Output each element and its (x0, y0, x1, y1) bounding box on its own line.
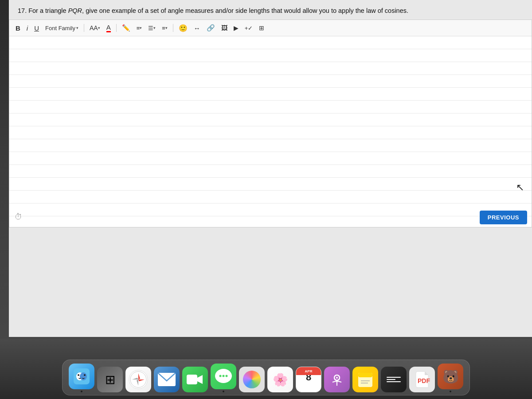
launchpad-icon: ⊞ (97, 367, 123, 392)
plus-check-icon: +✓ (245, 25, 253, 31)
dock-item-notes[interactable] (352, 367, 378, 392)
editor-toolbar: B i U Font Family ▾ AA ▾ A (9, 20, 532, 36)
photos-icon: 🌸 (267, 367, 293, 392)
font-color-button[interactable]: A (105, 23, 113, 33)
chevron-down-icon-5: ▾ (165, 26, 168, 30)
align-left-icon: ≡ (137, 25, 140, 31)
paperclip-icon: 🔗 (207, 24, 215, 32)
dock-item-calendar[interactable]: APR 8 (296, 367, 321, 392)
previous-button[interactable]: PREVIOUS (480, 211, 527, 224)
table-icon: ⊞ (259, 24, 264, 31)
svg-point-2 (80, 372, 87, 380)
calendar-month-header: APR (296, 367, 321, 375)
italic-button[interactable]: i (25, 23, 30, 33)
chevron-down-icon-4: ▾ (153, 26, 156, 30)
bear-icon: 🐻 (438, 364, 463, 389)
siri-icon (239, 367, 265, 392)
align-left-button[interactable]: ≡ ▾ (135, 24, 144, 32)
list-button[interactable]: ☰ ▾ (146, 24, 157, 32)
dock-item-podcasts[interactable] (324, 367, 350, 392)
draw-button[interactable]: ✏️ (120, 23, 132, 33)
finder-icon (69, 364, 94, 389)
dock-item-photos[interactable]: 🌸 (267, 367, 293, 392)
font-family-dropdown[interactable]: Font Family ▾ (43, 24, 80, 32)
font-color-label: A (106, 23, 111, 32)
clock-icon: ⏱ (15, 212, 23, 222)
notes-icon (352, 367, 378, 392)
unordered-list-button[interactable]: ≡ ▾ (160, 24, 169, 32)
chevron-down-icon-3: ▾ (140, 26, 142, 30)
dock-item-finder[interactable] (69, 364, 94, 392)
messages-icon (211, 364, 236, 389)
svg-point-3 (78, 374, 79, 376)
dock-item-siri[interactable] (239, 367, 265, 392)
dock-item-acrobat[interactable]: PDF (409, 367, 435, 392)
safari-icon (125, 367, 151, 392)
mail-icon (154, 367, 180, 392)
editor-container[interactable]: B i U Font Family ▾ AA ▾ A (9, 20, 532, 227)
macos-dock: ⊞ (0, 339, 532, 399)
acrobat-icon: PDF (409, 367, 435, 392)
media-button[interactable]: ▶ (232, 23, 240, 32)
insert-button[interactable]: +✓ (243, 24, 255, 32)
dock-dot-finder (81, 391, 82, 392)
link-icon: ↔ (194, 24, 200, 32)
unordered-list-icon: ≡ (162, 25, 165, 31)
dock-item-safari[interactable] (125, 367, 151, 392)
calendar-icon: APR 8 (296, 367, 321, 392)
dock-inner: ⊞ (62, 360, 470, 395)
svg-marker-13 (197, 375, 203, 384)
emoji-button[interactable]: 🙂 (177, 23, 189, 33)
cursor-pointer: ↖ (516, 182, 524, 193)
chevron-down-icon-2: ▾ (98, 26, 100, 30)
bold-button[interactable]: B (14, 23, 22, 33)
toolbar-divider-2 (116, 24, 117, 32)
table-button[interactable]: ⊞ (257, 23, 266, 32)
dock-item-messages[interactable] (211, 364, 236, 392)
music-icon (381, 367, 407, 392)
svg-rect-23 (358, 373, 372, 377)
svg-rect-12 (187, 375, 197, 384)
list-icon: ☰ (148, 25, 153, 31)
play-icon: ▶ (234, 24, 239, 31)
dock-dot-messages (223, 391, 224, 392)
podcasts-icon (324, 367, 350, 392)
link-button[interactable]: ↔ (192, 23, 202, 33)
svg-point-20 (336, 377, 338, 379)
dock-dot-bear (450, 391, 451, 392)
music-lines (387, 377, 401, 382)
dock-item-mail[interactable] (154, 367, 180, 392)
dock-item-music[interactable] (381, 367, 407, 392)
font-size-label: AA (90, 24, 98, 31)
underline-button[interactable]: U (32, 23, 41, 33)
question-number: 17. (18, 7, 27, 14)
svg-text:PDF: PDF (418, 377, 430, 384)
chevron-down-icon: ▾ (76, 26, 78, 30)
svg-point-18 (226, 375, 228, 377)
toolbar-divider-1 (84, 24, 84, 32)
editor-content[interactable] (9, 36, 532, 227)
pencil-icon: ✏️ (122, 24, 130, 32)
svg-point-4 (84, 374, 86, 376)
svg-point-16 (219, 375, 222, 377)
attachment-button[interactable]: 🔗 (205, 23, 217, 33)
siri-circle (243, 371, 261, 388)
dock-item-facetime[interactable] (182, 367, 208, 392)
image-icon: 🖼 (221, 24, 227, 31)
laptop-bezel: 17. For a triangle PQR, give one example… (0, 0, 532, 399)
facetime-icon (182, 367, 208, 392)
dock-item-launchpad[interactable]: ⊞ (97, 367, 123, 392)
image-button[interactable]: 🖼 (219, 23, 229, 32)
svg-point-17 (223, 375, 225, 377)
font-size-button[interactable]: AA ▾ (88, 23, 102, 32)
music-line-1 (387, 377, 401, 378)
question-text: For a triangle PQR, give one example of … (28, 7, 408, 14)
bottom-bar: PREVIOUS (480, 211, 527, 224)
music-line-2 (387, 379, 395, 380)
dock-item-bear[interactable]: 🐻 (438, 364, 463, 392)
question-area: 17. For a triangle PQR, give one example… (9, 0, 532, 20)
photos-flower-icon: 🌸 (273, 372, 288, 387)
toolbar-divider-3 (173, 24, 173, 32)
emoji-icon: 🙂 (179, 24, 188, 32)
music-line-3 (387, 381, 401, 382)
